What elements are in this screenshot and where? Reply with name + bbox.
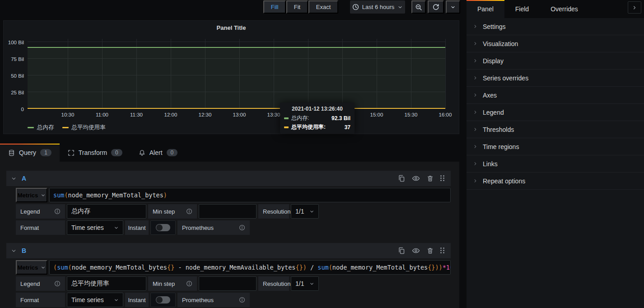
x-axis-tick-label: 13:00 [233, 112, 246, 117]
time-range-picker[interactable]: Last 6 hours [350, 0, 405, 14]
delete-query-trash-icon[interactable] [427, 175, 434, 182]
transform-icon [68, 149, 75, 156]
expr-token: node_memory_MemTotal_bytes [72, 264, 167, 271]
tooltip-series-label: 总内存: [291, 114, 329, 122]
x-axis-tick-label: 12:30 [199, 112, 212, 117]
metrics-dropdown-button[interactable]: Metrics [16, 260, 47, 275]
panel-title[interactable]: Panel Title [4, 24, 459, 31]
fit-mode-button[interactable]: Fit [286, 0, 308, 14]
legend-label: Legend [16, 276, 65, 291]
query-a-header[interactable]: A [6, 171, 451, 186]
sidebar-section-links[interactable]: Links [467, 155, 644, 173]
toggle-visibility-eye-icon[interactable] [412, 247, 420, 254]
expr-token: node_memory_MemTotal_bytes [68, 191, 163, 199]
format-label: Format [16, 220, 65, 235]
info-icon[interactable] [54, 208, 61, 215]
sidebar-section-display[interactable]: Display [467, 52, 644, 70]
query-ref-letter: A [22, 175, 26, 182]
legend-item[interactable]: 总内存 [28, 124, 54, 131]
query-expression-input[interactable]: (sum(node_memory_MemTotal_bytes{} - node… [49, 260, 451, 275]
x-axis-tick-label: 11:30 [130, 112, 143, 117]
fill-mode-button[interactable]: Fill [263, 0, 286, 14]
v-gridline [445, 39, 446, 109]
instant-label: Instant [125, 220, 149, 235]
series-line [28, 108, 445, 109]
expr-token: - [174, 264, 185, 271]
query-expression-input[interactable]: sum(node_memory_MemTotal_bytes) [49, 188, 451, 202]
legend-format-input[interactable]: 总内存 [67, 204, 146, 219]
sidebar-section-series-overrides[interactable]: Series overrides [467, 70, 644, 87]
info-icon[interactable] [239, 297, 245, 303]
tab-query-label: Query [19, 149, 36, 156]
metrics-label: Metrics [18, 264, 38, 271]
duplicate-query-icon[interactable] [398, 175, 405, 182]
chevron-down-icon[interactable] [11, 248, 17, 254]
info-icon[interactable] [186, 208, 192, 215]
x-axis-tick-label: 10:30 [61, 112, 75, 117]
drag-handle-icon[interactable] [440, 247, 445, 254]
expr-token: ( [329, 264, 332, 271]
instant-toggle[interactable] [150, 293, 176, 307]
info-icon[interactable] [54, 280, 61, 287]
drag-handle-icon[interactable] [440, 175, 445, 182]
tab-panel[interactable]: Panel [467, 0, 504, 18]
query-b-header[interactable]: B [6, 243, 451, 258]
sidebar-section-visualization[interactable]: Visualization [467, 35, 644, 52]
resolution-select[interactable]: 1/1 [291, 204, 319, 219]
legend-format-input[interactable]: 总平均使用率 [67, 276, 146, 291]
format-select[interactable]: Time series [67, 220, 123, 235]
query-count-badge: 1 [40, 149, 51, 156]
legend-item[interactable]: 总平均使用率 [62, 124, 106, 131]
toggle-visibility-eye-icon[interactable] [412, 175, 420, 182]
chevron-right-icon [473, 75, 478, 80]
chart-plot-area[interactable]: 100 Bil75 Bil50 Bil25 Bil010:3011:0011:3… [28, 39, 445, 109]
y-axis-tick-label: 25 Bil [3, 90, 24, 95]
chevron-right-icon [473, 58, 478, 63]
format-label: Format [16, 293, 65, 307]
tab-field[interactable]: Field [504, 0, 540, 18]
h-gridline [28, 42, 445, 42]
legend-label: Legend [16, 204, 65, 219]
chevron-right-icon [473, 144, 478, 149]
collapse-sidebar-button[interactable] [628, 1, 641, 14]
duplicate-query-icon[interactable] [398, 247, 405, 254]
expr-token: {} [296, 264, 303, 271]
tab-query[interactable]: Query 1 [0, 144, 60, 162]
refresh-button[interactable] [428, 0, 444, 14]
instant-toggle[interactable] [150, 220, 176, 235]
min-step-input[interactable] [199, 276, 257, 291]
chart-tooltip: 2021-01-12 13:26:40 总内存:92.3 Bil总平均使用率:3… [280, 103, 355, 134]
expr-token: sum [57, 264, 68, 271]
info-icon[interactable] [239, 224, 245, 231]
resolution-select[interactable]: 1/1 [291, 276, 319, 291]
min-step-label: Min step [148, 204, 197, 219]
toolbar-actions [411, 0, 460, 14]
sidebar-section-thresholds[interactable]: Thresholds [467, 121, 644, 138]
format-select[interactable]: Time series [67, 293, 123, 307]
sidebar-section-axes[interactable]: Axes [467, 87, 644, 104]
refresh-interval-dropdown[interactable] [446, 0, 460, 14]
section-label: Thresholds [483, 126, 514, 133]
chevron-down-icon [397, 5, 403, 10]
exact-mode-button[interactable]: Exact [308, 0, 338, 14]
min-step-input[interactable] [199, 204, 257, 219]
delete-query-trash-icon[interactable] [427, 247, 434, 254]
x-axis-tick-label: 13:30 [267, 112, 280, 117]
tab-alert[interactable]: Alert 0 [131, 144, 186, 162]
metrics-dropdown-button[interactable]: Metrics [16, 188, 47, 202]
chevron-down-icon[interactable] [11, 176, 17, 182]
sidebar-section-time-regions[interactable]: Time regions [467, 138, 644, 155]
series-area-fill [28, 47, 445, 109]
info-icon[interactable] [186, 280, 192, 287]
chevron-right-icon [473, 178, 478, 183]
query-editor: Query 1 Transform 0 Alert 0 A [0, 144, 459, 308]
sidebar-section-settings[interactable]: Settings [467, 18, 644, 35]
sidebar-section-legend[interactable]: Legend [467, 104, 644, 121]
tab-transform-label: Transform [79, 149, 107, 156]
expr-token: ( [53, 264, 57, 271]
tab-overrides[interactable]: Overrides [540, 0, 589, 18]
chart-legend: 总内存总平均使用率 [28, 124, 106, 131]
zoom-out-button[interactable] [411, 0, 426, 14]
sidebar-section-repeat-options[interactable]: Repeat options [467, 173, 644, 190]
tab-transform[interactable]: Transform 0 [60, 144, 131, 162]
